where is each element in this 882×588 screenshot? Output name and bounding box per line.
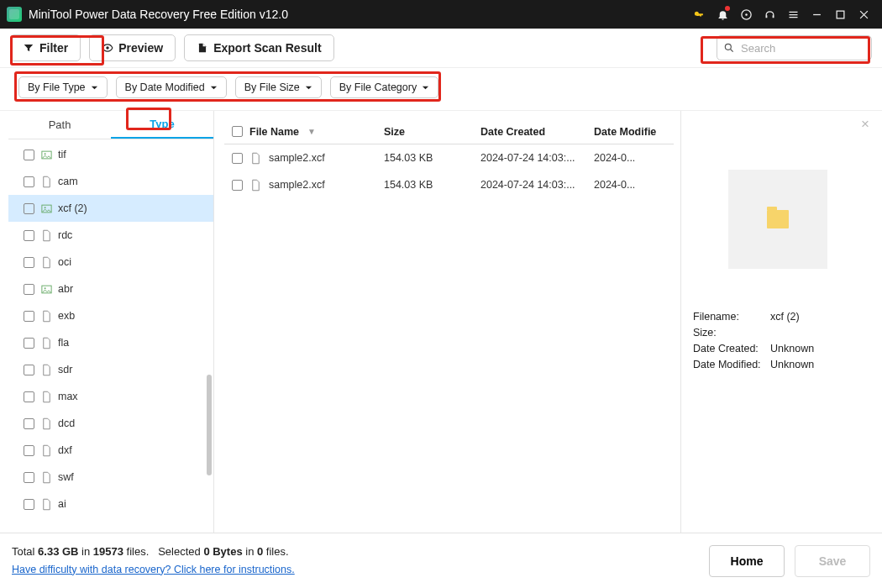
value-modified: Unknown: [770, 359, 814, 370]
cell-size: 154.03 KB: [384, 152, 480, 164]
tree-checkbox[interactable]: [24, 257, 34, 268]
tree-label: ai: [58, 498, 66, 510]
tree-item[interactable]: dcd: [8, 410, 213, 437]
close-icon[interactable]: [852, 0, 875, 29]
tree-label: rdc: [58, 229, 72, 241]
col-created[interactable]: Date Created: [480, 126, 594, 138]
chip-file-category[interactable]: By File Category: [330, 76, 438, 98]
tree-item[interactable]: fla: [8, 329, 213, 356]
svg-rect-3: [837, 11, 844, 18]
tree-item[interactable]: rdc: [8, 222, 213, 249]
svg-rect-2: [813, 13, 821, 14]
app-logo: [7, 7, 22, 22]
tree-checkbox[interactable]: [24, 499, 34, 510]
tree-checkbox[interactable]: [24, 338, 34, 349]
save-button[interactable]: Save: [795, 545, 870, 577]
main-area: Path Type tifcamxcf (2)rdcociabrexbflasd…: [0, 111, 882, 558]
row-checkbox[interactable]: [232, 153, 243, 164]
notifications-icon[interactable]: [711, 0, 734, 29]
svg-point-11: [45, 287, 46, 289]
tree-label: cam: [58, 176, 78, 187]
sidebar-tabs: Path Type: [8, 111, 213, 139]
tree-checkbox[interactable]: [24, 365, 34, 375]
tab-type[interactable]: Type: [111, 111, 213, 139]
export-button[interactable]: Export Scan Result: [184, 34, 333, 61]
tree-item[interactable]: ai: [8, 491, 213, 517]
file-list-header: File Name▼ Size Date Created Date Modifi…: [224, 119, 674, 144]
tree-label: dcd: [58, 417, 75, 429]
close-detail-icon[interactable]: ×: [857, 116, 874, 133]
file-icon: [249, 152, 262, 165]
label-modified: Date Modified:: [693, 359, 770, 370]
sidebar: Path Type tifcamxcf (2)rdcociabrexbflasd…: [8, 111, 214, 558]
folder-icon: [767, 210, 789, 228]
cell-name: sample2.xcf: [269, 179, 325, 191]
detail-panel: × Filename:xcf (2) Size: Date Created:Un…: [680, 111, 874, 558]
svg-point-1: [745, 13, 748, 16]
tree-checkbox[interactable]: [24, 150, 34, 160]
tree-item[interactable]: tif: [8, 141, 213, 168]
tree-label: oci: [58, 256, 71, 268]
headphones-icon[interactable]: [758, 0, 781, 29]
file-row[interactable]: sample2.xcf154.03 KB2024-07-24 14:03:...…: [224, 171, 674, 198]
filter-button[interactable]: Filter: [10, 34, 81, 61]
tree-item[interactable]: xcf (2): [8, 195, 213, 222]
chip-file-type[interactable]: By File Type: [18, 76, 108, 98]
titlebar: MiniTool Power Data Recovery Free Editio…: [0, 0, 882, 29]
tree-item[interactable]: cam: [8, 168, 213, 195]
menu-icon[interactable]: [781, 0, 805, 29]
preview-button[interactable]: Preview: [89, 34, 176, 61]
scrollbar-thumb[interactable]: [207, 375, 212, 475]
key-icon[interactable]: [687, 0, 711, 29]
home-button[interactable]: Home: [709, 545, 785, 577]
chip-date-modified[interactable]: By Date Modified: [116, 76, 227, 98]
maximize-icon[interactable]: [828, 0, 852, 29]
tree-item[interactable]: exb: [8, 302, 213, 329]
app-title: MiniTool Power Data Recovery Free Editio…: [29, 8, 288, 21]
footer: Total 6.33 GB in 19573 files. Selected 0…: [0, 533, 882, 588]
tree-item[interactable]: swf: [8, 464, 213, 491]
tree-checkbox[interactable]: [24, 203, 34, 214]
help-link[interactable]: Have difficulty with data recovery? Clic…: [12, 564, 295, 575]
cell-modified: 2024-0...: [594, 152, 661, 164]
disc-icon[interactable]: [734, 0, 758, 29]
col-modified[interactable]: Date Modifie: [594, 126, 661, 138]
tree-checkbox[interactable]: [24, 284, 34, 295]
tree-label: exb: [58, 310, 75, 322]
svg-point-4: [106, 46, 109, 50]
col-size[interactable]: Size: [384, 126, 480, 138]
label-created: Date Created:: [693, 343, 770, 354]
tree-checkbox[interactable]: [24, 472, 34, 483]
file-list: File Name▼ Size Date Created Date Modifi…: [214, 111, 680, 558]
tree-checkbox[interactable]: [24, 230, 34, 241]
tree-label: sdr: [58, 364, 72, 375]
sort-arrow-icon: ▼: [307, 127, 316, 136]
tree-item[interactable]: oci: [8, 249, 213, 276]
tree-item[interactable]: sdr: [8, 356, 213, 383]
chip-file-size[interactable]: By File Size: [235, 76, 322, 98]
cell-created: 2024-07-24 14:03:...: [480, 179, 594, 191]
tree-label: xcf (2): [58, 202, 87, 214]
col-name[interactable]: File Name▼: [249, 126, 384, 138]
label-size: Size:: [693, 327, 770, 339]
tree-checkbox[interactable]: [24, 445, 34, 456]
cell-created: 2024-07-24 14:03:...: [480, 152, 594, 164]
tab-path[interactable]: Path: [8, 111, 111, 139]
type-tree[interactable]: tifcamxcf (2)rdcociabrexbflasdrmaxdcddxf…: [8, 139, 213, 558]
tree-checkbox[interactable]: [24, 418, 34, 429]
tree-checkbox[interactable]: [24, 391, 34, 402]
tree-item[interactable]: abr: [8, 276, 213, 302]
select-all-checkbox[interactable]: [232, 126, 243, 137]
search-input[interactable]: [717, 35, 872, 60]
label-filename: Filename:: [693, 311, 770, 323]
toolbar: Filter Preview Export Scan Result: [0, 29, 882, 68]
row-checkbox[interactable]: [232, 180, 243, 191]
file-row[interactable]: sample2.xcf154.03 KB2024-07-24 14:03:...…: [224, 144, 674, 171]
svg-point-9: [45, 207, 46, 208]
svg-point-7: [45, 153, 46, 155]
tree-item[interactable]: max: [8, 383, 213, 410]
tree-item[interactable]: dxf: [8, 437, 213, 464]
minimize-icon[interactable]: [805, 0, 828, 29]
tree-checkbox[interactable]: [24, 311, 34, 322]
tree-checkbox[interactable]: [24, 176, 34, 187]
